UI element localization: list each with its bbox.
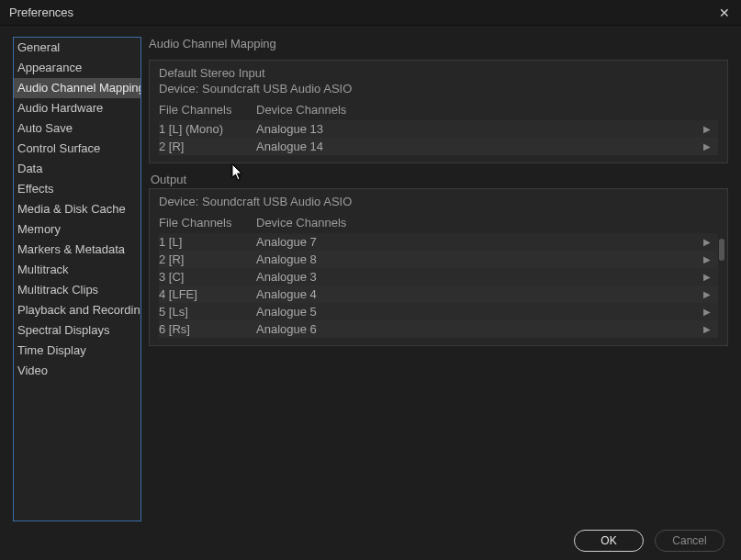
- chevron-right-icon[interactable]: ▶: [703, 124, 711, 134]
- channel-row[interactable]: 2 [R]Analogue 8▶: [159, 251, 718, 268]
- content-pane: Audio Channel Mapping Default Stereo Inp…: [149, 37, 728, 521]
- file-channel-cell: 2 [R]: [159, 140, 256, 153]
- file-channel-cell: 2 [R]: [159, 252, 256, 266]
- device-channel-cell[interactable]: Analogue 7: [256, 235, 718, 249]
- sidebar-item-media-disk-cache[interactable]: Media & Disk Cache: [14, 199, 140, 219]
- sidebar: GeneralAppearanceAudio Channel MappingAu…: [13, 37, 141, 521]
- device-channel-cell[interactable]: Analogue 3: [256, 270, 718, 284]
- titlebar: Preferences ✕: [0, 0, 741, 26]
- device-channel-cell[interactable]: Analogue 14: [256, 140, 718, 153]
- sidebar-item-multitrack[interactable]: Multitrack: [14, 260, 140, 280]
- channel-row[interactable]: 1 [L]Analogue 7▶: [159, 233, 718, 251]
- file-channel-cell: 5 [Ls]: [159, 305, 256, 319]
- output-rows: 1 [L]Analogue 7▶2 [R]Analogue 8▶3 [C]Ana…: [159, 233, 718, 338]
- channel-row[interactable]: 5 [Ls]Analogue 5▶: [159, 303, 718, 320]
- chevron-right-icon[interactable]: ▶: [703, 324, 711, 334]
- output-device-line: Device: Soundcraft USB Audio ASIO: [159, 195, 718, 208]
- output-scrollbar[interactable]: [716, 239, 727, 340]
- channel-row[interactable]: 6 [Rs]Analogue 6▶: [159, 320, 718, 338]
- channel-row[interactable]: 2 [R]Analogue 14▶: [159, 138, 718, 155]
- sidebar-item-appearance[interactable]: Appearance: [14, 58, 140, 78]
- device-label: Device:: [159, 195, 198, 208]
- file-channel-cell: 3 [C]: [159, 270, 256, 284]
- sidebar-item-markers-metadata[interactable]: Markers & Metadata: [14, 240, 140, 260]
- file-channel-cell: 4 [LFE]: [159, 287, 256, 301]
- sidebar-item-effects[interactable]: Effects: [14, 179, 140, 199]
- sidebar-item-video[interactable]: Video: [14, 361, 140, 381]
- device-label: Device:: [159, 82, 198, 95]
- chevron-right-icon[interactable]: ▶: [703, 272, 711, 282]
- output-panel: Device: Soundcraft USB Audio ASIO File C…: [149, 188, 728, 346]
- sidebar-item-memory[interactable]: Memory: [14, 219, 140, 240]
- col-device-header: Device Channels: [256, 103, 718, 117]
- input-rows: 1 [L] (Mono)Analogue 13▶2 [R]Analogue 14…: [159, 120, 718, 155]
- sidebar-item-playback-and-recording[interactable]: Playback and Recording: [14, 300, 140, 320]
- close-icon[interactable]: ✕: [717, 6, 732, 20]
- sidebar-item-multitrack-clips[interactable]: Multitrack Clips: [14, 280, 140, 300]
- chevron-right-icon[interactable]: ▶: [703, 307, 711, 317]
- sidebar-item-data[interactable]: Data: [14, 159, 140, 179]
- sidebar-item-control-surface[interactable]: Control Surface: [14, 139, 140, 159]
- col-device-header: Device Channels: [256, 216, 718, 230]
- chevron-right-icon[interactable]: ▶: [703, 289, 711, 299]
- footer: OK Cancel: [0, 521, 741, 560]
- output-table-header: File Channels Device Channels: [159, 214, 718, 231]
- channel-row[interactable]: 3 [C]Analogue 3▶: [159, 268, 718, 286]
- scrollbar-thumb[interactable]: [719, 239, 724, 261]
- input-table-header: File Channels Device Channels: [159, 101, 718, 118]
- channel-row[interactable]: 4 [LFE]Analogue 4▶: [159, 286, 718, 303]
- page-title: Audio Channel Mapping: [149, 37, 728, 50]
- device-channel-cell[interactable]: Analogue 4: [256, 287, 718, 301]
- chevron-right-icon[interactable]: ▶: [703, 237, 711, 247]
- sidebar-item-spectral-displays[interactable]: Spectral Displays: [14, 320, 140, 341]
- device-channel-cell[interactable]: Analogue 6: [256, 322, 718, 336]
- output-section-label: Output: [151, 173, 728, 186]
- window-title: Preferences: [9, 6, 73, 19]
- device-name: Soundcraft USB Audio ASIO: [202, 82, 352, 95]
- ok-button[interactable]: OK: [574, 530, 644, 552]
- col-file-header: File Channels: [159, 103, 256, 117]
- sidebar-item-auto-save[interactable]: Auto Save: [14, 118, 140, 139]
- input-panel-title: Default Stereo Input: [159, 66, 718, 80]
- col-file-header: File Channels: [159, 216, 256, 230]
- sidebar-item-audio-channel-mapping[interactable]: Audio Channel Mapping: [14, 78, 140, 98]
- cancel-button[interactable]: Cancel: [655, 530, 724, 552]
- input-panel: Default Stereo Input Device: Soundcraft …: [149, 60, 728, 163]
- device-channel-cell[interactable]: Analogue 5: [256, 305, 718, 319]
- sidebar-item-time-display[interactable]: Time Display: [14, 341, 140, 361]
- input-device-line: Device: Soundcraft USB Audio ASIO: [159, 82, 718, 95]
- sidebar-item-audio-hardware[interactable]: Audio Hardware: [14, 98, 140, 118]
- device-channel-cell[interactable]: Analogue 8: [256, 252, 718, 266]
- channel-row[interactable]: 1 [L] (Mono)Analogue 13▶: [159, 120, 718, 138]
- main-area: GeneralAppearanceAudio Channel MappingAu…: [0, 26, 741, 521]
- device-name: Soundcraft USB Audio ASIO: [202, 195, 352, 208]
- file-channel-cell: 6 [Rs]: [159, 322, 256, 336]
- file-channel-cell: 1 [L]: [159, 235, 256, 249]
- file-channel-cell: 1 [L] (Mono): [159, 122, 256, 136]
- chevron-right-icon[interactable]: ▶: [703, 254, 711, 264]
- chevron-right-icon[interactable]: ▶: [703, 141, 711, 151]
- device-channel-cell[interactable]: Analogue 13: [256, 122, 718, 136]
- sidebar-item-general[interactable]: General: [14, 38, 140, 58]
